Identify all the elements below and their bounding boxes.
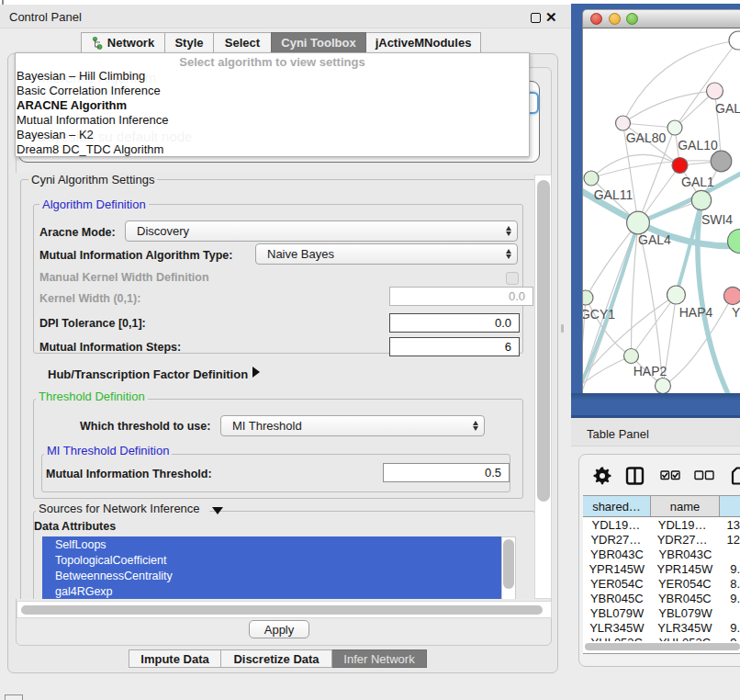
svg-text:HAP2: HAP2 — [633, 364, 667, 378]
svg-text:GAL8: GAL8 — [715, 101, 740, 116]
svg-text:GCY1: GCY1 — [583, 307, 615, 322]
svg-text:GAL1: GAL1 — [681, 175, 714, 189]
svg-text:Y: Y — [732, 305, 740, 320]
svg-text:GAL11: GAL11 — [594, 187, 633, 202]
svg-text:GAL80: GAL80 — [626, 130, 667, 145]
svg-text:GAL10: GAL10 — [678, 138, 718, 152]
svg-text:SWI4: SWI4 — [701, 212, 733, 227]
svg-text:GAL4: GAL4 — [638, 232, 671, 247]
svg-text:HAP4: HAP4 — [679, 305, 713, 320]
